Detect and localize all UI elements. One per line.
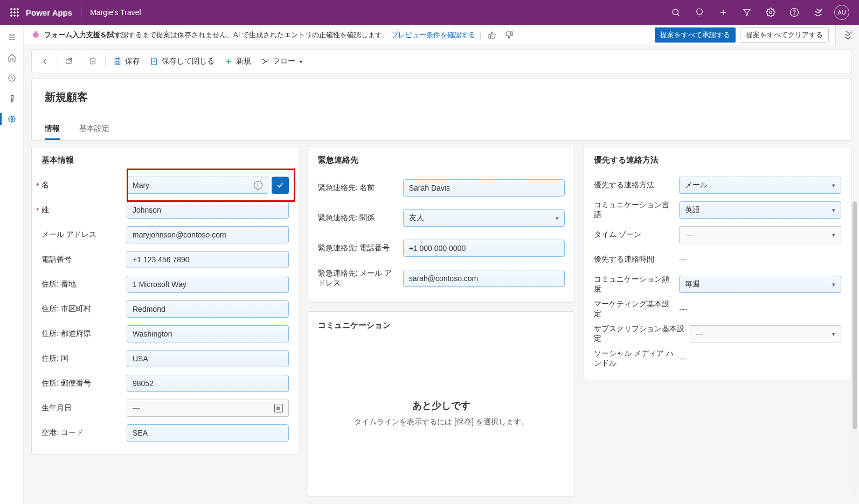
accept-all-button[interactable]: 提案をすべて承認する <box>655 27 736 43</box>
scrollbar[interactable] <box>853 201 857 493</box>
section-title: 緊急連絡先 <box>318 155 565 165</box>
label-first-name: 名 <box>41 180 122 190</box>
tab-preferences[interactable]: 基本設定 <box>79 120 109 140</box>
label-last-name: 姓 <box>41 205 122 215</box>
hamburger-icon[interactable] <box>0 28 24 46</box>
select-pref-freq[interactable]: 毎週▾ <box>679 276 841 293</box>
input-dob[interactable]: ---▦ <box>127 400 289 417</box>
svg-point-4 <box>14 12 16 13</box>
timeline-empty-title: あと少しです <box>412 399 470 412</box>
svg-rect-23 <box>116 58 119 60</box>
input-addr-city[interactable]: Redmond <box>127 300 289 318</box>
app-name: Margie's Travel <box>90 8 141 17</box>
settings-icon[interactable] <box>759 0 782 25</box>
label-dob: 生年月日 <box>41 403 122 413</box>
thumbs-down-icon[interactable] <box>503 29 516 41</box>
section-basic-info: 基本情報 名 Mary i <box>31 146 299 454</box>
input-ec-name[interactable]: Sarah Davis <box>403 179 565 197</box>
section-title: コミュニケーション <box>318 320 565 331</box>
recent-icon[interactable] <box>0 69 24 87</box>
label-phone: 電話番号 <box>41 255 122 264</box>
label-email: メール アドレス <box>41 230 122 240</box>
label-addr-street: 住所: 番地 <box>41 279 122 289</box>
input-last-name[interactable]: Johnson <box>127 201 289 219</box>
copilot-icon[interactable] <box>806 0 830 25</box>
svg-point-3 <box>11 12 12 13</box>
filter-icon[interactable] <box>735 0 759 25</box>
pin-icon[interactable] <box>0 89 24 108</box>
globe-icon[interactable] <box>0 110 24 128</box>
open-new-window-button[interactable] <box>60 54 78 69</box>
section-title: 基本情報 <box>41 155 289 165</box>
svg-point-8 <box>17 15 19 17</box>
label-addr-state: 住所: 都道府県 <box>41 329 122 339</box>
lightbulb-icon[interactable] <box>688 0 711 25</box>
input-addr-state[interactable]: Washington <box>127 325 289 342</box>
label-pref-subscription: サブスクリプション基本設定 <box>594 324 685 344</box>
section-emergency-contact: 緊急連絡先 緊急連絡先: 名前Sarah Davis 緊急連絡先: 関係友人▾ … <box>308 146 576 303</box>
select-pref-language[interactable]: 英語▾ <box>679 201 841 219</box>
input-addr-country[interactable]: USA <box>127 350 289 367</box>
section-contact-preferences: 優先する連絡方法 優先する連絡方法メール▾ コミュニケーション言語英語▾ タイム… <box>584 146 851 380</box>
confirm-suggestion-button[interactable] <box>272 177 289 194</box>
value-pref-marketing: --- <box>679 303 841 316</box>
input-ec-phone[interactable]: +1 000 000 0000 <box>403 240 565 257</box>
value-pref-time: --- <box>679 253 841 266</box>
save-button[interactable]: 保存 <box>109 53 144 69</box>
svg-rect-24 <box>116 62 119 64</box>
select-pref-subscription[interactable]: ---▾ <box>690 325 841 342</box>
user-avatar[interactable]: AU <box>830 0 854 25</box>
label-airport: 空港: コード <box>41 428 122 438</box>
info-icon[interactable]: i <box>254 181 262 190</box>
input-addr-zip[interactable]: 98052 <box>127 375 289 392</box>
label-ec-phone: 緊急連絡先: 電話番号 <box>318 243 399 253</box>
select-pref-timezone[interactable]: ---▾ <box>679 226 841 243</box>
save-close-button[interactable]: 保存して閉じる <box>146 53 219 69</box>
svg-point-9 <box>673 9 678 15</box>
label-pref-language: コミュニケーション言語 <box>594 200 675 220</box>
calendar-icon[interactable]: ▦ <box>274 404 283 412</box>
ai-bar-title: フォーム入力支援を試す <box>44 31 121 39</box>
svg-point-0 <box>11 9 12 10</box>
ai-bar-message: 認するまで提案は保存されません。AI で生成されたエントリの正確性を確認します。 <box>121 31 389 39</box>
apply-changes-button[interactable] <box>85 54 102 69</box>
input-ec-email[interactable]: sarah@contoso.com <box>403 270 565 287</box>
app-launcher-icon[interactable] <box>5 3 24 22</box>
label-pref-method: 優先する連絡方法 <box>594 180 675 190</box>
back-button[interactable] <box>36 54 53 69</box>
select-pref-method[interactable]: メール▾ <box>679 177 841 194</box>
svg-point-15 <box>794 14 794 15</box>
clear-all-button[interactable]: 提案をすべてクリアする <box>740 27 829 43</box>
select-ec-rel[interactable]: 友人▾ <box>403 209 565 227</box>
section-title: 優先する連絡方法 <box>594 155 841 165</box>
thumbs-up-icon[interactable] <box>486 29 498 41</box>
input-email[interactable]: maryjohnson@contoso.com <box>127 226 289 243</box>
help-icon[interactable] <box>782 0 806 25</box>
copilot-panel-toggle[interactable] <box>835 25 859 45</box>
value-pref-social: --- <box>679 352 841 365</box>
svg-point-5 <box>17 12 19 13</box>
input-airport[interactable]: SEA <box>127 424 289 442</box>
top-bar: Power Apps Margie's Travel AU <box>0 0 859 25</box>
tab-info[interactable]: 情報 <box>45 120 60 140</box>
label-pref-social: ソーシャル メディア ハンドル <box>594 349 675 368</box>
add-icon[interactable] <box>711 0 735 25</box>
left-nav-rail <box>0 25 24 504</box>
home-icon[interactable] <box>0 48 24 67</box>
label-pref-timezone: タイム ゾーン <box>594 230 675 240</box>
flow-button[interactable]: フロー▾ <box>257 53 307 69</box>
label-pref-freq: コミュニケーション頻度 <box>594 275 675 294</box>
search-icon[interactable] <box>664 0 688 25</box>
timeline-empty-sub: タイムラインを表示するには [保存] を選択します。 <box>354 417 529 427</box>
svg-point-7 <box>14 15 16 17</box>
svg-line-10 <box>677 14 680 16</box>
input-first-name[interactable]: Mary i <box>127 177 268 194</box>
command-bar: 保存 保存して閉じる 新規 フロー▾ <box>31 50 851 73</box>
new-button[interactable]: 新規 <box>220 53 255 69</box>
label-ec-name: 緊急連絡先: 名前 <box>318 183 399 193</box>
svg-point-6 <box>11 15 12 17</box>
ai-preview-link[interactable]: プレビュー条件を確認する <box>391 31 475 39</box>
input-phone[interactable]: +1 123 456 7890 <box>127 251 289 268</box>
label-addr-city: 住所: 市区町村 <box>41 304 122 314</box>
input-addr-street[interactable]: 1 Microsoft Way <box>127 276 289 293</box>
